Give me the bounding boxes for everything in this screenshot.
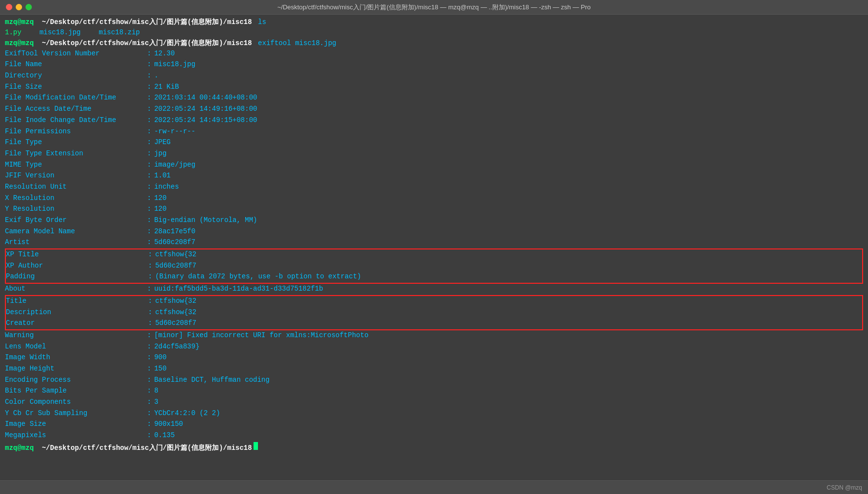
maximize-button[interactable] <box>26 4 32 10</box>
bottom-bar: CSDN @mzq <box>0 480 868 494</box>
exif-row: Creator: 5d60c208f7 <box>6 318 862 329</box>
exif-key: X Resolution <box>5 193 147 204</box>
exif-sep: : <box>147 284 151 295</box>
exif-value: 2021:03:14 00:44:40+08:00 <box>154 93 257 103</box>
exif-row: File Modification Date/Time: 2021:03:14 … <box>5 93 863 103</box>
exif-key: File Permissions <box>5 126 147 137</box>
exif-key: Padding <box>6 272 148 282</box>
exif-value: (Binary data 2072 bytes, use -b option t… <box>155 272 361 282</box>
exif-value: 28ac17e5f0 <box>154 226 195 237</box>
exif-row: File Permissions: -rw-r--r-- <box>5 126 863 137</box>
exif-row: X Resolution: 120 <box>5 193 863 204</box>
exif-row: Y Cb Cr Sub Sampling: YCbCr4:2:0 (2 2) <box>5 408 863 419</box>
exif-row: Image Size: 900x150 <box>5 419 863 430</box>
exif-value: uuid:faf5bdd5-ba3d-11da-ad31-d33d75182f1… <box>154 284 323 295</box>
exif-key: File Modification Date/Time <box>5 93 147 103</box>
exif-sep: : <box>147 59 151 70</box>
exif-value: 900 <box>154 352 166 363</box>
exif-key: Bits Per Sample <box>5 386 147 396</box>
traffic-lights <box>6 4 32 10</box>
exif-key: File Inode Change Date/Time <box>5 115 147 126</box>
exif-value: 150 <box>154 364 166 374</box>
exif-row: XP Author: 5d60c208f7 <box>6 261 862 272</box>
exif-key: XP Title <box>6 249 148 260</box>
exif-sep: : <box>147 397 151 408</box>
prompt-cmd-2: exiftool misc18.jpg <box>254 39 336 47</box>
exif-key: XP Author <box>6 261 148 272</box>
exif-sep: : <box>147 182 151 193</box>
exif-value: JPEG <box>154 137 171 148</box>
exif-row: Image Height: 150 <box>5 364 863 374</box>
exif-key: Image Height <box>5 364 147 374</box>
exif-value: ctfshow{32 <box>155 307 196 318</box>
exif-value: 2d4cf5a839} <box>154 342 199 352</box>
exif-row: About: uuid:faf5bdd5-ba3d-11da-ad31-d33d… <box>5 284 863 295</box>
exif-sep: : <box>147 342 151 352</box>
prompt-user-1: mzq@mzq <box>5 18 34 26</box>
exif-row: File Type Extension: jpg <box>5 148 863 159</box>
exif-sep: : <box>147 204 151 215</box>
close-button[interactable] <box>6 4 12 10</box>
highlight-group: XP Title: ctfshow{32XP Author: 5d60c208f… <box>5 248 863 284</box>
exif-key: Color Components <box>5 397 147 408</box>
exif-key: Megapixels <box>5 430 147 441</box>
prompt-line-3: mzq@mzq ~/Desktop/ctf/ctfshow/misc入门/图片篇… <box>5 442 863 452</box>
exif-value: 120 <box>154 193 166 204</box>
exif-key: Exif Byte Order <box>5 215 147 226</box>
prompt-path-1: ~/Desktop/ctf/ctfshow/misc入门/图片篇(信息附加)/m… <box>42 18 252 26</box>
exif-row: File Inode Change Date/Time: 2022:05:24 … <box>5 115 863 126</box>
exif-row: Resolution Unit: inches <box>5 182 863 193</box>
exif-sep: : <box>147 419 151 430</box>
exif-key: File Access Date/Time <box>5 104 147 115</box>
prompt-cmd-1: ls <box>254 18 266 26</box>
ls-file-2: misc18.jpg <box>39 27 80 38</box>
exif-value: ctfshow{32 <box>155 249 196 260</box>
exif-sep: : <box>147 364 151 374</box>
cursor <box>254 442 258 450</box>
exif-key: Lens Model <box>5 342 147 352</box>
exif-output: ExifTool Version Number: 12.30File Name:… <box>5 49 863 441</box>
exif-value: Big-endian (Motorola, MM) <box>154 215 257 226</box>
exif-row: XP Title: ctfshow{32 <box>6 249 862 260</box>
exif-row: MIME Type: image/jpeg <box>5 160 863 171</box>
terminal-window: ~/Desktop/ctf/ctfshow/misc入门/图片篇(信息附加)/m… <box>0 0 868 494</box>
minimize-button[interactable] <box>16 4 22 10</box>
exif-row: Title: ctfshow{32 <box>6 296 862 307</box>
exif-value: inches <box>154 182 179 193</box>
exif-key: Directory <box>5 71 147 81</box>
exif-key: Y Cb Cr Sub Sampling <box>5 408 147 419</box>
window-title: ~/Desktop/ctf/ctfshow/misc入门/图片篇(信息附加)/m… <box>277 3 590 12</box>
exif-value: 21 KiB <box>154 82 179 93</box>
exif-value: 5d60c208f7 <box>155 318 196 329</box>
exif-row: File Name: misc18.jpg <box>5 59 863 70</box>
terminal-body: mzq@mzq ~/Desktop/ctf/ctfshow/misc入门/图片篇… <box>0 15 868 480</box>
exif-row: Camera Model Name: 28ac17e5f0 <box>5 226 863 237</box>
prompt-path-3: ~/Desktop/ctf/ctfshow/misc入门/图片篇(信息附加)/m… <box>42 444 252 452</box>
exif-row: JFIF Version: 1.01 <box>5 171 863 181</box>
exif-key: Artist <box>5 237 147 248</box>
exif-row: Warning: [minor] Fixed incorrect URI for… <box>5 330 863 341</box>
exif-row: File Access Date/Time: 2022:05:24 14:49:… <box>5 104 863 115</box>
exif-value: misc18.jpg <box>154 59 195 70</box>
exif-row: File Size: 21 KiB <box>5 82 863 93</box>
exif-sep: : <box>147 430 151 441</box>
exif-value: . <box>154 71 158 81</box>
exif-row: Color Components: 3 <box>5 397 863 408</box>
prompt-user-3: mzq@mzq <box>5 444 34 452</box>
exif-key: ExifTool Version Number <box>5 49 147 59</box>
title-bar: ~/Desktop/ctf/ctfshow/misc入门/图片篇(信息附加)/m… <box>0 0 868 15</box>
exif-row: Exif Byte Order: Big-endian (Motorola, M… <box>5 215 863 226</box>
exif-key: Image Width <box>5 352 147 363</box>
exif-value: YCbCr4:2:0 (2 2) <box>154 408 220 419</box>
exif-value: 8 <box>154 386 158 396</box>
exif-row: Megapixels: 0.135 <box>5 430 863 441</box>
exif-sep: : <box>147 104 151 115</box>
prompt-line-2: mzq@mzq ~/Desktop/ctf/ctfshow/misc入门/图片篇… <box>5 39 863 48</box>
exif-key: JFIF Version <box>5 171 147 181</box>
exif-value: 900x150 <box>154 419 183 430</box>
exif-sep: : <box>148 307 152 318</box>
exif-key: File Name <box>5 59 147 70</box>
exif-value: [minor] Fixed incorrect URI for xmlns:Mi… <box>154 330 368 341</box>
exif-value: Baseline DCT, Huffman coding <box>154 375 269 386</box>
exif-sep: : <box>147 215 151 226</box>
